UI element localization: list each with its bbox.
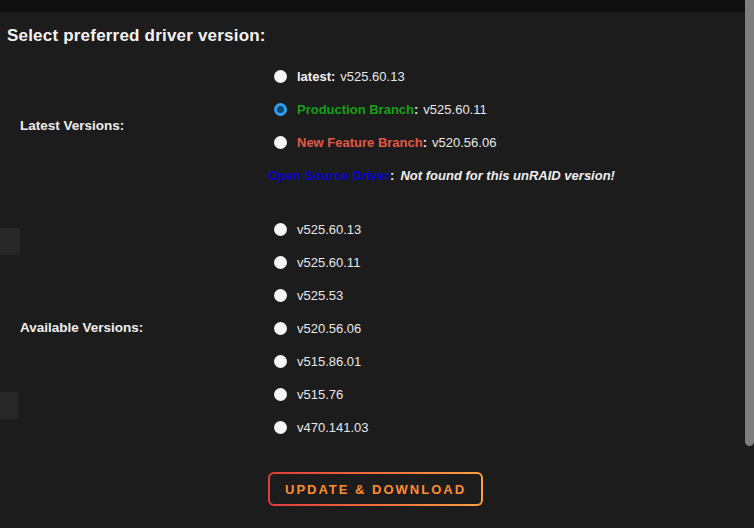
radio-button[interactable] [274, 421, 287, 434]
option-branch-name: latest [297, 69, 331, 84]
option-version-value: v525.60.13 [297, 222, 361, 237]
driver-option-row[interactable]: v520.56.06 [274, 312, 369, 345]
option-branch-name: New Feature Branch [297, 135, 423, 150]
open-source-driver-note: Not found for this unRAID version! [400, 168, 614, 183]
available-versions-options: v525.60.13v525.60.11v525.53v520.56.06v51… [274, 213, 369, 444]
driver-option-row[interactable]: v470.141.03 [274, 411, 369, 444]
option-separator: : [414, 102, 418, 117]
radio-button-checked[interactable] [274, 103, 287, 116]
radio-button[interactable] [274, 322, 287, 335]
update-download-button[interactable]: UPDATE & DOWNLOAD [268, 472, 483, 506]
radio-button[interactable] [274, 256, 287, 269]
driver-option-row[interactable]: latest:v525.60.13 [274, 60, 615, 93]
open-source-driver-row: Open Source Driver:Not found for this un… [268, 159, 615, 192]
option-branch-name: Production Branch [297, 102, 414, 117]
option-version-value: v515.86.01 [297, 354, 361, 369]
scrollbar-thumb[interactable] [745, 0, 754, 446]
option-separator: : [423, 135, 427, 150]
driver-option-row[interactable]: New Feature Branch:v520.56.06 [274, 126, 615, 159]
open-source-driver-link[interactable]: Open Source Driver [268, 168, 390, 183]
driver-option-row[interactable]: v525.60.11 [274, 246, 369, 279]
driver-option-row[interactable]: v515.86.01 [274, 345, 369, 378]
option-version-value: v520.56.06 [432, 135, 496, 150]
radio-button[interactable] [274, 388, 287, 401]
driver-option-row[interactable]: v525.53 [274, 279, 369, 312]
option-separator: : [331, 69, 335, 84]
top-bar [0, 0, 754, 12]
latest-versions-label: Latest Versions: [20, 118, 124, 133]
radio-button[interactable] [274, 70, 287, 83]
radio-button[interactable] [274, 223, 287, 236]
page-title: Select preferred driver version: [7, 26, 266, 46]
available-versions-label: Available Versions: [20, 320, 143, 335]
radio-button[interactable] [274, 136, 287, 149]
option-version-value: v525.53 [297, 288, 343, 303]
option-separator: : [390, 168, 394, 183]
option-version-value: v525.60.11 [297, 255, 360, 270]
left-edge-cutoff-element [0, 228, 20, 255]
option-version-value: v515.76 [297, 387, 343, 402]
option-version-value: v525.60.13 [340, 69, 404, 84]
radio-button[interactable] [274, 355, 287, 368]
driver-option-row[interactable]: v515.76 [274, 378, 369, 411]
driver-option-row[interactable]: Production Branch:v525.60.11 [274, 93, 615, 126]
option-version-value: v525.60.11 [423, 102, 486, 117]
option-version-value: v470.141.03 [297, 420, 369, 435]
latest-versions-options: latest:v525.60.13Production Branch:v525.… [274, 60, 615, 192]
left-edge-cutoff-element [0, 392, 18, 419]
driver-option-row[interactable]: v525.60.13 [274, 213, 369, 246]
option-version-value: v520.56.06 [297, 321, 361, 336]
radio-button[interactable] [274, 289, 287, 302]
